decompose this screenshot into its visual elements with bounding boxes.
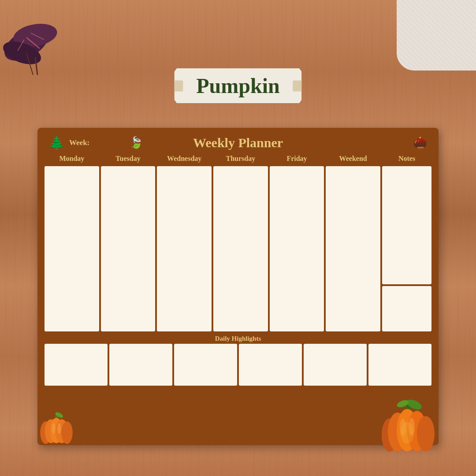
svg-point-14: [61, 421, 73, 444]
monday-cell[interactable]: [45, 166, 99, 331]
planner-title: Weekly Planner: [193, 135, 283, 150]
svg-point-24: [417, 416, 435, 451]
day-header-wednesday: Wednesday: [157, 153, 212, 164]
day-header-tuesday: Tuesday: [101, 153, 156, 164]
thursday-cell[interactable]: [213, 166, 268, 331]
banner-title: Pumpkin: [196, 74, 279, 97]
friday-cell[interactable]: [270, 166, 324, 331]
highlight-monday[interactable]: [45, 344, 108, 386]
day-header-monday: Monday: [45, 153, 99, 164]
pumpkin-left: [39, 411, 74, 446]
tuesday-cell[interactable]: [101, 166, 156, 331]
highlight-tuesday[interactable]: [109, 344, 172, 386]
svg-point-15: [52, 423, 56, 434]
pinecone-icon: 🌲: [49, 136, 64, 150]
acorn-icon: 🌰: [413, 136, 427, 149]
notes-cell-top[interactable]: [382, 166, 431, 284]
highlight-friday[interactable]: [304, 344, 367, 386]
highlight-wednesday[interactable]: [174, 344, 237, 386]
notes-cell-bottom[interactable]: [382, 286, 431, 331]
week-label: Week:: [69, 138, 89, 147]
leaf-icon: 🍃: [129, 136, 143, 149]
notes-header: Notes: [382, 153, 431, 164]
svg-point-27: [401, 422, 414, 444]
wednesday-cell[interactable]: [157, 166, 212, 331]
highlight-thursday[interactable]: [239, 344, 302, 386]
highlight-weekend[interactable]: [368, 344, 431, 386]
day-header-thursday: Thursday: [213, 153, 268, 164]
plant-decoration-topleft: [0, 0, 75, 75]
planner-header: 🌲 Week: 🍃 Weekly Planner 🌰: [43, 133, 433, 153]
day-header-friday: Friday: [270, 153, 324, 164]
day-header-weekend: Weekend: [326, 153, 380, 164]
knit-decoration-topright: [397, 0, 476, 71]
weekend-cell[interactable]: [326, 166, 380, 331]
svg-point-16: [57, 423, 61, 434]
highlights-label: Daily Highlights: [45, 334, 431, 344]
title-banner: Pumpkin: [174, 68, 301, 103]
pumpkin-right: [380, 398, 437, 455]
planner-card: 🌲 Week: 🍃 Weekly Planner 🌰 Monday Tuesda…: [37, 128, 439, 445]
